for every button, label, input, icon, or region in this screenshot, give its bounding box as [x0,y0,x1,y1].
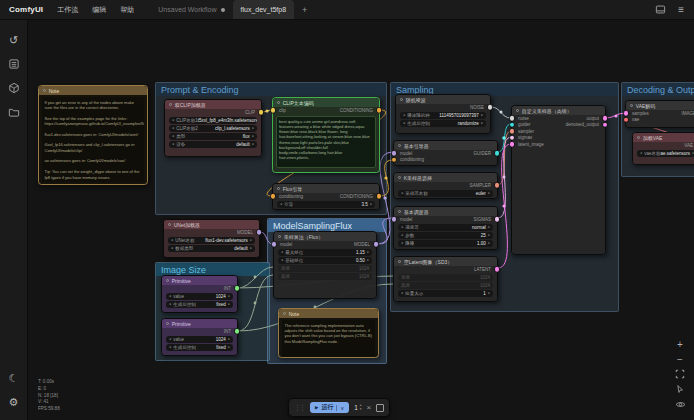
run-button[interactable]: ▶ 运行 ∨ [310,402,349,413]
input-conditioning[interactable] [271,194,275,198]
node-modelsamplingflux-titlebar[interactable]: 采样算法（Flux） [274,232,376,241]
node-note[interactable]: Note If you get an error in any of the n… [38,85,148,185]
node-emptysd3latentimage-titlebar[interactable]: 空Latent图像（SD3） [394,257,497,266]
node-emptysd3latentimage[interactable]: 空Latent图像（SD3） LATENT 宽度1024 高度1024 ◂批量大… [393,256,498,302]
widget-steps[interactable]: ◂步数25▸ [398,232,493,239]
input-widget-height[interactable]: 高度1024 [278,273,372,280]
collapse-icon[interactable] [398,144,401,147]
node-fluxguidance-titlebar[interactable]: Flux引导 [273,184,379,193]
node-note-msf[interactable]: Note The reference sampling implementati… [278,308,379,358]
collapse-icon[interactable] [278,235,281,238]
widget-clip-name1[interactable]: ◂CLIP名称1t5xxl_fp8_e4m3fn.safetensors▸ [169,117,257,124]
widget-sampler-name[interactable]: ◂采样器名称euler▸ [398,190,493,197]
batch-count-stepper[interactable]: 1 ▴▾ [354,404,361,411]
group-prompt-encoding-title[interactable]: Prompt & Encoding [156,83,386,96]
node-note-msf-titlebar[interactable]: Note [279,309,378,318]
collapse-icon[interactable] [277,187,280,190]
widget-control-after-generate[interactable]: ◂生成后控制randomize▸ [400,120,486,127]
collapse-icon[interactable] [166,322,169,325]
sidebar-workflows-button[interactable] [0,100,28,124]
node-basicscheduler-titlebar[interactable]: 基本调度器 [394,207,497,216]
menu-help[interactable]: 帮助 [120,5,134,15]
main-menu-icon[interactable]: ≡ [678,4,684,15]
select-mode-button[interactable] [674,383,686,395]
collapse-icon[interactable] [400,98,403,101]
input-widget-width[interactable]: 宽度1024 [278,265,372,272]
widget-scheduler[interactable]: ◂调度器normal▸ [398,224,493,231]
input-model[interactable] [272,242,276,246]
node-dualcliploader[interactable]: 双CLIP加载器 CLIP ◂CLIP名称1t5xxl_fp8_e4m3fn.s… [164,99,262,157]
zoom-out-button[interactable]: − [674,353,686,365]
widget-device[interactable]: ◂设备default▸ [169,141,257,148]
widget-vae-name[interactable]: ◂vae名称ae.safetensors▸ [637,150,694,157]
node-fluxguidance[interactable]: Flux引导 conditioning CONDITIONING ◂引导3.5▸ [272,183,380,210]
menu-workflow[interactable]: 工作流 [57,5,78,15]
node-randomnoise[interactable]: 随机噪波 NOISE ◂噪波随机种1114957019097397▸ ◂生成后控… [395,94,491,134]
input-conditioning[interactable] [392,158,396,162]
input-samples[interactable] [624,111,628,115]
node-primitive-height-titlebar[interactable]: Primitive [162,319,237,328]
widget-unet-name[interactable]: ◂UNet名称flux1-dev.safetensors▸ [168,237,255,244]
node-ksamplerselect-titlebar[interactable]: K采样器选择 [394,173,497,182]
node-cliptextencode-titlebar[interactable]: CLIP文本编码 [273,98,379,107]
widget-type[interactable]: ◂类型flux▸ [169,133,257,140]
input-guider[interactable] [510,123,514,127]
node-basicguider[interactable]: 基本引导器 model GUIDER conditioning [393,140,498,166]
widget-guidance[interactable]: ◂引导3.5▸ [277,201,375,208]
node-unetloader[interactable]: UNet加载器 MODEL ◂UNet名称flux1-dev.safetenso… [163,219,260,258]
node-unetloader-titlebar[interactable]: UNet加载器 [164,220,259,229]
collapse-icon[interactable] [283,312,286,315]
tab-unsaved-workflow[interactable]: Unsaved Workflow [150,0,232,19]
widget-max-shift[interactable]: ◂最大移位1.15▸ [278,249,372,256]
input-clip[interactable] [271,108,275,112]
collapse-icon[interactable] [169,103,172,106]
node-cliptextencode[interactable]: CLIP文本编码 clip CONDITIONING best quality,… [272,97,380,173]
collapse-icon[interactable] [43,89,46,92]
node-primitive-height[interactable]: Primitive INT ◂value1024▸ ◂生成后控制fixed▸ [161,318,238,356]
queue-toolbar[interactable]: ⋮⋮ ▶ 运行 ∨ 1 ▴▾ × [288,398,390,417]
input-latent-image[interactable] [510,142,514,146]
node-samplercustomadvanced-titlebar[interactable]: 自定义采样器（高级） [512,106,605,115]
note-text[interactable]: The reference sampling implementation au… [282,320,375,357]
node-basicguider-titlebar[interactable]: 基本引导器 [394,141,497,150]
note-text[interactable]: If you get an error in any of the nodes … [42,97,144,182]
sidebar-model-library-button[interactable] [0,76,28,100]
collapse-icon[interactable] [637,136,640,139]
collapse-icon[interactable] [166,279,169,282]
canvas-controls[interactable]: + − [674,338,686,410]
settings-button[interactable]: ⚙ [0,390,28,414]
collapse-icon[interactable] [398,210,401,213]
node-basicscheduler[interactable]: 基本调度器 model SIGMAS ◂调度器normal▸ ◂步数25▸ ◂降… [393,206,498,250]
run-options-chevron-icon[interactable]: ∨ [336,405,344,411]
collapse-icon[interactable] [516,109,519,112]
widget-control-after-generate[interactable]: ◂生成后控制fixed▸ [166,344,233,351]
collapse-icon[interactable] [277,101,280,104]
node-vaedecode-titlebar[interactable]: VAE解码 [626,101,694,110]
group-decoding-output-title[interactable]: Decoding & Output [622,83,694,96]
node-ksamplerselect[interactable]: K采样器选择 SAMPLER ◂采样器名称euler▸ [393,172,498,199]
widget-batch-size[interactable]: ◂批量大小1▸ [398,290,493,297]
input-vae[interactable] [624,118,628,122]
node-samplercustomadvanced[interactable]: 自定义采样器（高级） noise output guider denoised_… [511,105,606,255]
output-model[interactable] [257,230,261,234]
graph-canvas[interactable]: Prompt & Encoding Sampling Decoding & Ou… [0,0,694,420]
widget-control-after-generate[interactable]: ◂生成后控制fixed▸ [166,301,233,308]
input-sampler[interactable] [510,129,514,133]
stop-button[interactable] [376,404,384,412]
node-dualcliploader-titlebar[interactable]: 双CLIP加载器 [165,100,261,109]
fit-view-button[interactable] [674,368,686,380]
sidebar-queue-button[interactable] [0,52,28,76]
input-noise[interactable] [510,116,514,120]
input-model[interactable] [392,217,396,221]
node-primitive-width[interactable]: Primitive INT ◂value1024▸ ◂生成后控制fixed▸ [161,275,238,313]
bottom-panel-toggle-icon[interactable] [655,4,666,15]
collapse-icon[interactable] [168,223,171,226]
widget-base-shift[interactable]: ◂基础移位0.50▸ [278,257,372,264]
drag-handle-icon[interactable]: ⋮⋮ [294,404,304,412]
widget-value[interactable]: ◂value1024▸ [166,293,233,300]
node-note-titlebar[interactable]: Note [39,86,147,95]
zoom-in-button[interactable]: + [674,338,686,350]
collapse-icon[interactable] [398,176,401,179]
clear-queue-button[interactable]: × [367,403,372,412]
widget-denoise[interactable]: ◂降噪1.00▸ [398,240,493,247]
